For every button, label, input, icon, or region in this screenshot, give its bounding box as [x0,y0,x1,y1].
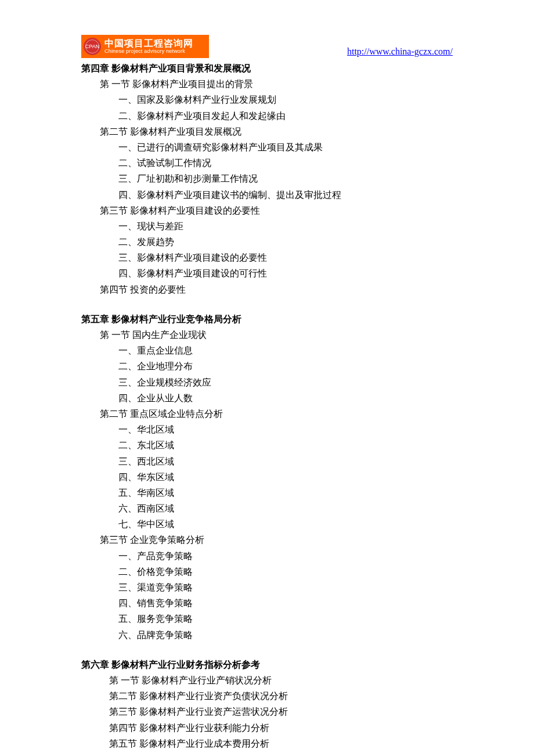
chapter-4-section-2: 第二节 影像材料产业项目发展概况 [81,124,453,139]
site-logo: CPAN 中国项目工程咨询网 Chinese project advisory … [81,35,209,58]
toc-item: 三、影像材料产业项目建设的必要性 [81,250,453,265]
logo-en-text: Chinese project advisory network [104,49,193,55]
toc-item: 四、华东区域 [81,469,453,485]
document-page: CPAN 中国项目工程咨询网 Chinese project advisory … [0,0,534,756]
toc-item: 三、企业规模经济效应 [81,375,453,390]
toc-item: 一、重点企业信息 [81,343,453,358]
chapter-4-section-4: 第四节 投资的必要性 [81,282,453,297]
toc-item: 一、产品竞争策略 [81,548,453,564]
chapter-5-section-1: 第 一节 国内生产企业现状 [81,327,453,343]
chapter-6-section-3: 第三节 影像材料产业行业资产运营状况分析 [81,704,453,719]
toc-item: 四、影像材料产业项目建设的可行性 [81,265,453,281]
toc-item: 四、影像材料产业项目建议书的编制、提出及审批过程 [81,187,453,203]
toc-item: 五、华南区域 [81,485,453,501]
toc-item: 二、影像材料产业项目发起人和发起缘由 [81,108,453,124]
page-header: CPAN 中国项目工程咨询网 Chinese project advisory … [81,35,453,58]
toc-item: 一、已进行的调查研究影像材料产业项目及其成果 [81,139,453,155]
toc-item: 六、西南区域 [81,501,453,516]
chapter-5-title: 第五章 影像材料产业行业竞争格局分析 [81,311,453,327]
toc-item: 三、渠道竞争策略 [81,579,453,595]
toc-item: 六、品牌竞争策略 [81,627,453,643]
toc-item: 三、厂址初勘和初步测量工作情况 [81,171,453,186]
toc-item: 二、企业地理分布 [81,358,453,374]
chapter-6-section-4: 第四节 影像材料产业行业获利能力分析 [81,720,453,736]
chapter-4-section-3: 第三节 影像材料产业项目建设的必要性 [81,203,453,218]
toc-item: 一、华北区域 [81,422,453,437]
chapter-6-section-1: 第 一节 影像材料产业行业产销状况分析 [81,672,453,688]
chapter-6-section-2: 第二节 影像材料产业行业资产负债状况分析 [81,688,453,704]
toc-item: 二、东北区域 [81,437,453,453]
logo-text: 中国项目工程咨询网 Chinese project advisory netwo… [104,38,193,54]
chapter-4-title: 第四章 影像材料产业项目背景和发展概况 [81,60,453,76]
toc-item: 七、华中区域 [81,516,453,532]
chapter-5-section-3: 第三节 企业竞争策略分析 [81,532,453,548]
toc-item: 二、价格竞争策略 [81,564,453,579]
chapter-6-title: 第六章 影像材料产业行业财务指标分析参考 [81,657,453,672]
toc-item: 五、服务竞争策略 [81,611,453,627]
toc-item: 四、企业从业人数 [81,390,453,406]
toc-item: 二、发展趋势 [81,234,453,250]
toc-item: 四、销售竞争策略 [81,595,453,611]
chapter-4-section-1: 第 一节 影像材料产业项目提出的背景 [81,76,453,92]
header-url-link[interactable]: http://www.china-gczx.com/ [347,46,453,58]
logo-cn-text: 中国项目工程咨询网 [104,38,193,49]
toc-content: 第四章 影像材料产业项目背景和发展概况 第 一节 影像材料产业项目提出的背景 一… [81,60,453,751]
toc-item: 一、国家及影像材料产业行业发展规划 [81,92,453,107]
toc-item: 一、现状与差距 [81,218,453,234]
chapter-5-section-2: 第二节 重点区域企业特点分析 [81,406,453,422]
toc-item: 二、试验试制工作情况 [81,155,453,171]
toc-item: 三、西北区域 [81,453,453,469]
chapter-6-section-5: 第五节 影像材料产业行业成本费用分析 [81,736,453,751]
logo-badge-icon: CPAN [84,38,101,55]
